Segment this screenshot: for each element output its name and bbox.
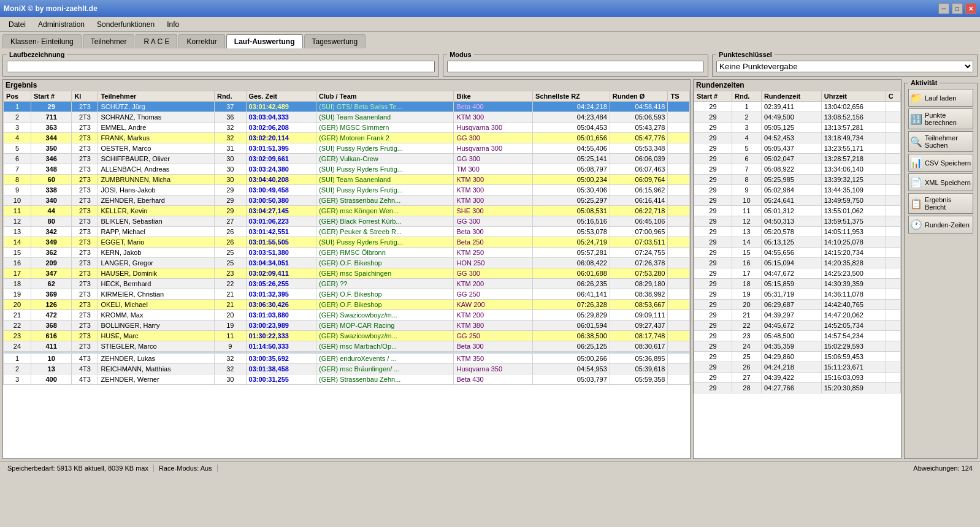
csv-speichern-button[interactable]: 📊 CSV Speichern	[908, 154, 973, 172]
table-row[interactable]: 29905:02,98413:44:35,109	[694, 185, 901, 195]
table-row[interactable]: 103402T3ZEHNDER, Eberhard2903:00:50,380(…	[4, 195, 690, 206]
table-row[interactable]: 236162T3HUSE, Marc1101:30:22,333(GER) Sw…	[4, 331, 690, 341]
table-row[interactable]: 43442T3FRANK, Markus3203:02:20,114(GER) …	[4, 133, 690, 143]
table-row[interactable]: 27112T3SCHRANZ, Thomas3603:03:04,333(SUI…	[4, 112, 690, 123]
tab-korrektur[interactable]: Korrektur	[178, 34, 224, 48]
teilnehmer-suchen-button[interactable]: 🔍 Teilnehmer Suchen	[908, 131, 973, 152]
laufbezeichnung-label: Laufbezeichnung	[7, 51, 67, 58]
table-row[interactable]: 133422T3RAPP, Michael2603:01:42,551(GER)…	[4, 227, 690, 237]
titlebar: MoniX © by moni-zaehlt.de ─ □ ✕	[0, 0, 980, 17]
lauf-laden-button[interactable]: 📁 Lauf laden	[908, 89, 973, 107]
tab-klassen-einteilung[interactable]: Klassen- Einteilung	[2, 34, 82, 48]
table-row[interactable]: 173472T3HAUSER, Dominik2303:02:09,411(GE…	[4, 268, 690, 279]
close-button[interactable]: ✕	[965, 3, 976, 14]
tab-teilnehmer[interactable]: Teilnehmer	[83, 34, 135, 48]
rz-col-start: Start #	[694, 91, 732, 102]
col-start: Start #	[31, 91, 72, 102]
table-row[interactable]: 291704:47,67214:25:23,500	[694, 268, 901, 279]
table-row[interactable]: 292305:48,50014:57:54,234	[694, 331, 901, 341]
table-row[interactable]: 93382T3JOSI, Hans-Jakob2903:00:49,458(SU…	[4, 185, 690, 195]
table-row[interactable]: 244112T3STIEGLER, Marco901:14:50,333(GER…	[4, 341, 690, 352]
titlebar-controls: ─ □ ✕	[938, 3, 976, 14]
table-row[interactable]: 292704:39,42215:16:03,093	[694, 373, 901, 383]
modus-input[interactable]: Standard Rundenzählung	[447, 61, 704, 72]
menubar: Datei Administration Sonderfunktionen In…	[0, 17, 980, 32]
clock-icon: 🕐	[910, 219, 922, 230]
table-row[interactable]: 2134T3REICHMANN, Matthias3203:01:38,458(…	[4, 364, 690, 374]
table-row[interactable]: 53502T3OESTER, Marco3103:01:51,395(SUI) …	[4, 143, 690, 154]
table-row[interactable]: 34004T3ZEHNDER, Werner3003:00:31,255(GER…	[4, 374, 690, 385]
table-row[interactable]: 291805:15,85914:30:39,359	[694, 279, 901, 289]
table-row[interactable]: 29305:05,12513:13:57,281	[694, 123, 901, 133]
ergebnis-bericht-button[interactable]: 📋 Ergebnis Bericht	[908, 193, 973, 214]
table-row[interactable]: 291504:55,65614:15:20,734	[694, 248, 901, 258]
table-row[interactable]: 214722T3KROMM, Max2003:01:03,880(GER) Sw…	[4, 310, 690, 320]
aktivitat-title: Aktivität	[908, 79, 940, 86]
table-row[interactable]: 8602T3ZUMBRUNNEN, Micha3003:04:40,208(SU…	[4, 175, 690, 185]
table-row[interactable]: 291405:13,12514:10:25,078	[694, 237, 901, 248]
runden-zeiten-button[interactable]: 🕐 Runden-Zeiten	[908, 216, 973, 233]
table-row[interactable]: 12802T3BLIKLEN, Sebastian2703:01:06,223(…	[4, 216, 690, 227]
table-row[interactable]: 18622T3HECK, Bernhard2203:05:26,255(GER)…	[4, 279, 690, 289]
aktivitat-sidebar: Aktivität 📁 Lauf laden 🔢 Punkte berechne…	[904, 79, 978, 459]
table-row[interactable]: 193692T3KIRMEIER, Christian2103:01:32,39…	[4, 289, 690, 300]
ergebnis-bericht-label: Ergebnis Bericht	[925, 196, 971, 211]
tab-race[interactable]: R A C E	[136, 34, 177, 48]
table-row[interactable]: 291305:20,57814:05:11,953	[694, 227, 901, 237]
table-row[interactable]: 291204:50,31313:59:51,375	[694, 216, 901, 227]
rundenzeiten-table-container[interactable]: Start # Rnd. Rundenzeit Uhrzeit C 29102:…	[694, 91, 901, 458]
table-row[interactable]: 291905:31,71914:36:11,078	[694, 289, 901, 300]
table-row[interactable]: 291605:15,09414:20:35,828	[694, 258, 901, 268]
ergebnis-table-container[interactable]: Pos Start # Kl Teilnehmer Rnd. Ges. Zeit…	[3, 91, 690, 458]
table-row[interactable]: 292404:35,35915:02:29,593	[694, 341, 901, 352]
punkte-berechnen-button[interactable]: 🔢 Punkte berechnen	[908, 108, 973, 129]
rz-col-uhrzeit: Uhrzeit	[821, 91, 886, 102]
table-row[interactable]: 292604:24,21815:11:23,671	[694, 362, 901, 373]
table-row[interactable]: 223682T3BOLLINGER, Harry1903:00:23,989(G…	[4, 320, 690, 331]
table-row[interactable]: 291105:01,31213:55:01,062	[694, 206, 901, 216]
table-row[interactable]: 292104:39,29714:47:20,062	[694, 310, 901, 320]
table-row[interactable]: 63462T3SCHIFFBAUER, Oliver3003:02:09,661…	[4, 154, 690, 164]
ergebnis-title: Ergebnis	[3, 80, 690, 91]
table-row[interactable]: 29102:39,41113:04:02,656	[694, 102, 901, 112]
table-row[interactable]: 29505:05,43713:23:55,171	[694, 143, 901, 154]
csv-icon: 📊	[910, 157, 922, 169]
table-row[interactable]: 292006:29,68714:42:40,765	[694, 300, 901, 310]
xml-speichern-label: XML Speichern	[925, 179, 971, 186]
menu-datei[interactable]: Datei	[2, 19, 32, 30]
menu-sonderfunktionen[interactable]: Sonderfunktionen	[91, 19, 161, 30]
table-row[interactable]: 29404:52,45313:18:49,734	[694, 133, 901, 143]
table-row[interactable]: 201262T3OKELI, Michael2103:06:30,426(GER…	[4, 300, 690, 310]
table-row[interactable]: 29605:02,04713:28:57,218	[694, 154, 901, 164]
col-avg: Runden Ø	[610, 91, 668, 102]
table-row[interactable]: 143492T3EGGET, Mario2603:01:55,505(SUI) …	[4, 237, 690, 248]
table-row[interactable]: 33632T3EMMEL, Andre3203:02:06,208(GER) M…	[4, 123, 690, 133]
maximize-button[interactable]: □	[952, 3, 963, 14]
punkteschluessel-select[interactable]: Keine Punktevergabe	[716, 61, 973, 72]
table-row[interactable]: 1104T3ZEHNDER, Lukas3203:00:35,692(GER) …	[4, 354, 690, 364]
table-row[interactable]: 73482T3ALLENBACH, Andreas3003:03:24,380(…	[4, 164, 690, 175]
table-row[interactable]: 292804:27,76615:20:30,859	[694, 383, 901, 393]
xml-speichern-button[interactable]: 📄 XML Speichern	[908, 173, 973, 191]
minimize-button[interactable]: ─	[938, 3, 949, 14]
menu-administration[interactable]: Administration	[32, 19, 91, 30]
laufbezeichnung-input[interactable]: Nikolaus Nachmittag	[7, 61, 435, 72]
punkte-berechnen-label: Punkte berechnen	[925, 112, 971, 126]
table-row[interactable]: 153622T3KERN, Jakob2503:03:51,380(GER) R…	[4, 248, 690, 258]
table-row[interactable]: 292504:29,86015:06:59,453	[694, 352, 901, 362]
table-row[interactable]: 29204:49,50013:08:52,156	[694, 112, 901, 123]
table-row[interactable]: 292204:45,67214:52:05,734	[694, 320, 901, 331]
table-row[interactable]: 29705:08,92213:34:06,140	[694, 164, 901, 175]
col-bike: Bike	[454, 91, 533, 102]
menu-info[interactable]: Info	[161, 19, 185, 30]
tab-lauf-auswertung[interactable]: Lauf-Auswertung	[226, 34, 303, 48]
table-row[interactable]: 291005:24,64113:49:59,750	[694, 195, 901, 206]
table-row[interactable]: 162092T3LANGER, Gregor2503:04:34,051(GER…	[4, 258, 690, 268]
ergebnis-table: Pos Start # Kl Teilnehmer Rnd. Ges. Zeit…	[3, 91, 690, 385]
statusbar: Speicherbedarf: 5913 KB aktuell, 8039 KB…	[0, 461, 980, 474]
tab-tageswertung[interactable]: Tageswertung	[304, 34, 366, 48]
main-area: Laufbezeichnung Nikolaus Nachmittag Modu…	[0, 48, 980, 461]
table-row[interactable]: 1292T3SCHÜTZ, Jürg3703:01:42,489(SUI) GT…	[4, 102, 690, 112]
table-row[interactable]: 29805:25,98513:39:32,125	[694, 175, 901, 185]
table-row[interactable]: 11442T3KELLER, Kevin2903:04:27,145(GER) …	[4, 206, 690, 216]
